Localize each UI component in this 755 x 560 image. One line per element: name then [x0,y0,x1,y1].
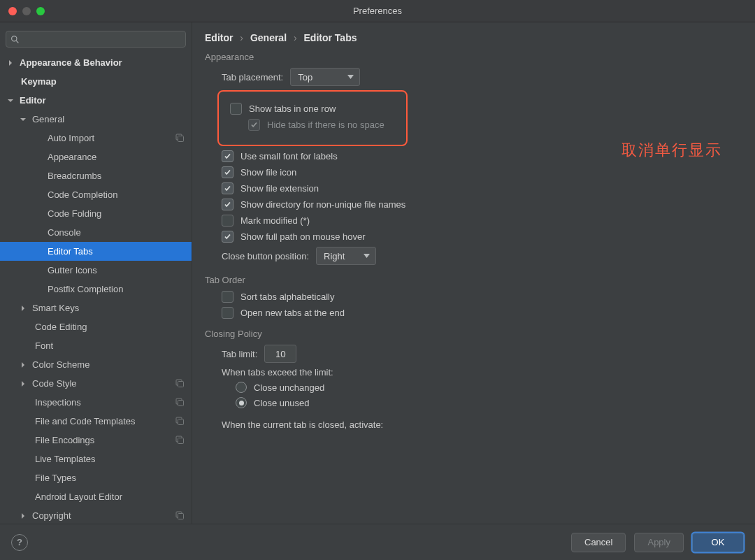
sidebar-item-copyright[interactable]: Copyright [0,506,192,524]
chevron-right-icon [7,60,14,66]
sidebar-label: General [32,114,64,124]
sidebar-item-general[interactable]: General [0,110,192,129]
svg-rect-3 [178,136,184,142]
checkbox-dir-nonunique[interactable] [222,199,233,210]
sidebar-label: Smart Keys [32,303,79,313]
sidebar-label: Code Style [32,378,77,389]
sidebar-label: File Types [35,473,76,483]
checkbox-hide-tabs-no-space [248,119,260,131]
sidebar-item-editor[interactable]: Editor [0,91,192,110]
chevron-down-icon [347,75,354,79]
sidebar-item-breadcrumbs[interactable]: Breadcrumbs [0,166,192,185]
select-value: Right [324,251,345,261]
sidebar-item-console[interactable]: Console [0,223,192,242]
search-icon [10,35,20,44]
apply-button[interactable]: Apply [634,533,684,552]
sidebar: Appearance & Behavior Keymap Editor [0,22,192,524]
sidebar-item-color-scheme[interactable]: Color Scheme [0,355,192,374]
checkbox-file-icon[interactable] [222,166,233,178]
label-exceed-limit: When tabs exceed the limit: [222,367,333,378]
sidebar-label: Postfix Completion [48,284,123,294]
chevron-right-icon [20,513,27,519]
checkbox-label: Sort tabs alphabetically [240,292,334,302]
copyable-icon [175,397,185,407]
sidebar-item-inspections[interactable]: Inspections [0,393,192,412]
radio-close-unchanged[interactable] [236,382,247,393]
cancel-button[interactable]: Cancel [571,533,626,552]
label-tab-limit: Tab limit: [222,349,257,359]
sidebar-item-gutter-icons[interactable]: Gutter Icons [0,261,192,280]
svg-rect-11 [178,438,184,444]
chevron-right-icon [20,381,27,387]
select-tab-placement[interactable]: Top [290,68,360,86]
sidebar-label: Auto Import [48,133,94,143]
sidebar-label: Editor [20,95,46,106]
sidebar-label: Copyright [32,510,71,521]
sidebar-item-file-types[interactable]: File Types [0,468,192,487]
copyable-icon [175,435,185,445]
window-title: Preferences [0,6,755,16]
svg-rect-13 [178,514,184,519]
sidebar-item-keymap[interactable]: Keymap [0,72,192,91]
checkbox-mark-modified[interactable] [222,215,233,227]
sidebar-item-code-completion[interactable]: Code Completion [0,185,192,204]
preferences-window: Preferences Appearance & Behavi [0,0,755,560]
breadcrumb-general[interactable]: General [250,32,287,43]
radio-label: Close unchanged [254,382,324,393]
section-tab-order: Tab Order [205,275,742,285]
sidebar-item-file-templates[interactable]: File and Code Templates [0,412,192,431]
sidebar-label: Live Templates [35,454,95,464]
sidebar-item-postfix-completion[interactable]: Postfix Completion [0,280,192,299]
sidebar-label: File Encodings [35,435,94,445]
annotation-label: 取消单行显示 [621,140,722,161]
label-close-button-position: Close button position: [222,251,309,261]
section-appearance: Appearance [205,52,742,62]
checkbox-label: Mark modified (*) [240,215,310,226]
sidebar-label: Appearance [48,152,96,162]
search-field[interactable] [24,34,181,45]
svg-rect-7 [178,401,184,406]
sidebar-item-code-style[interactable]: Code Style [0,374,192,393]
checkbox-full-path-hover[interactable] [222,231,233,243]
svg-rect-5 [178,382,184,387]
sidebar-item-code-editing[interactable]: Code Editing [0,317,192,336]
sidebar-label: Appearance & Behavior [20,57,122,68]
sidebar-item-code-folding[interactable]: Code Folding [0,204,192,223]
chevron-right-icon [20,306,27,311]
input-tab-limit[interactable] [264,345,296,363]
radio-label: Close unused [254,398,310,408]
checkbox-label: Show file icon [240,167,296,178]
checkbox-open-at-end[interactable] [222,307,233,319]
sidebar-label: Code Completion [48,189,117,200]
sidebar-item-smart-keys[interactable]: Smart Keys [0,299,192,317]
checkbox-sort-alpha[interactable] [222,291,233,303]
ok-button[interactable]: OK [692,533,744,552]
checkbox-label: Show directory for non-unique file names [240,199,405,210]
checkbox-small-font[interactable] [222,150,233,162]
sidebar-tree[interactable]: Appearance & Behavior Keymap Editor [0,53,192,524]
radio-close-unused[interactable] [236,397,247,408]
checkbox-show-tabs-one-row[interactable] [230,103,242,115]
breadcrumb-editor[interactable]: Editor [205,32,233,43]
breadcrumb-editor-tabs: Editor Tabs [304,32,357,43]
sidebar-item-font[interactable]: Font [0,336,192,355]
checkbox-label: Show file extension [240,183,319,194]
checkbox-label: Use small font for labels [240,151,338,161]
search-input[interactable] [6,31,186,48]
sidebar-label: Gutter Icons [48,265,97,275]
help-button[interactable]: ? [11,534,28,551]
sidebar-item-appearance[interactable]: Appearance [0,148,192,166]
checkbox-label: Show full path on mouse hover [240,231,366,242]
sidebar-item-file-encodings[interactable]: File Encodings [0,431,192,450]
checkbox-label: Hide tabs if there is no space [267,120,384,130]
chevron-down-icon [7,98,14,103]
checkbox-file-ext[interactable] [222,182,233,194]
checkbox-label: Open new tabs at the end [240,308,345,318]
sidebar-item-android-layout[interactable]: Android Layout Editor [0,487,192,506]
sidebar-item-auto-import[interactable]: Auto Import [0,129,192,148]
sidebar-item-appearance-behavior[interactable]: Appearance & Behavior [0,53,192,72]
sidebar-item-live-templates[interactable]: Live Templates [0,450,192,468]
dialog-footer: ? Cancel Apply OK [0,524,755,560]
select-close-button-position[interactable]: Right [316,247,376,265]
sidebar-item-editor-tabs[interactable]: Editor Tabs [0,242,192,261]
